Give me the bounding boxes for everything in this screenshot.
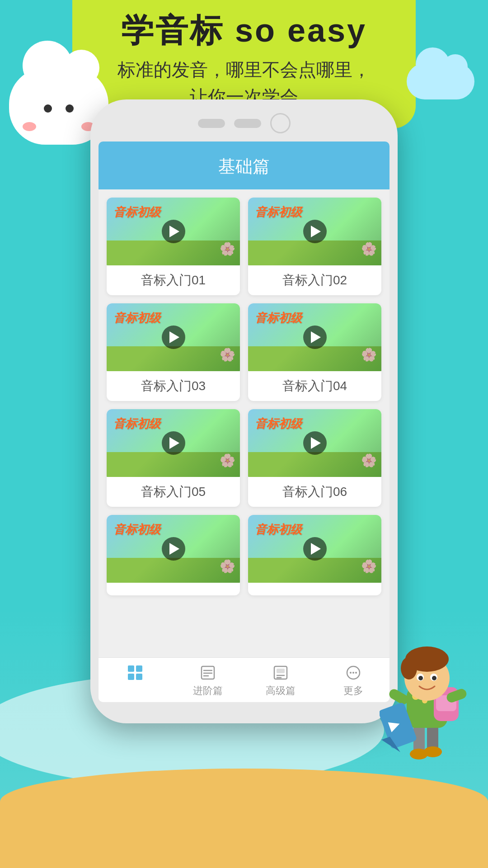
card-03-label: 音标入门03 [107, 371, 240, 401]
svg-rect-23 [128, 674, 134, 680]
advanced1-icon [198, 664, 218, 681]
svg-point-36 [355, 672, 357, 674]
video-grid: 音标初级 🌸 音标入门01 音标初级 [107, 198, 381, 595]
svg-point-14 [418, 676, 423, 680]
card-07-thumb-label: 音标初级 [113, 522, 160, 538]
nav-more[interactable]: 更多 [317, 664, 389, 698]
svg-point-11 [401, 657, 417, 679]
card-04[interactable]: 音标初级 🌸 音标入门04 [248, 303, 381, 401]
phone-btn-circle [270, 113, 291, 133]
cloud-cheek-left [23, 122, 36, 131]
cloud-eye-right [66, 104, 74, 113]
phone-top-buttons [99, 113, 389, 133]
play-icon [311, 437, 321, 449]
svg-rect-16 [387, 687, 410, 706]
card-05-thumb-label: 音标初级 [113, 416, 160, 432]
phone-frame: 基础篇 音标初级 🌸 音标入门01 [90, 99, 398, 723]
banner-subtitle-line1: 标准的发音，哪里不会点哪里， [117, 60, 371, 80]
cloud-small-decoration [407, 63, 474, 99]
card-06-flower: 🌸 [361, 453, 377, 468]
card-03-play[interactable] [162, 326, 185, 349]
card-02-label: 音标入门02 [248, 265, 381, 295]
bottom-nav: 进阶篇 高级篇 [99, 657, 389, 702]
svg-rect-22 [136, 665, 142, 672]
card-04-play[interactable] [303, 326, 327, 349]
phone-screen: 基础篇 音标初级 🌸 音标入门01 [99, 142, 389, 702]
card-08-label [248, 583, 381, 595]
card-07-label [107, 583, 240, 595]
play-icon [169, 437, 179, 449]
character-svg: ▶ [380, 628, 470, 773]
phone-btn-center [234, 119, 261, 128]
card-03-thumb[interactable]: 音标初级 🌸 [107, 303, 240, 371]
card-07-play[interactable] [162, 537, 185, 561]
svg-rect-30 [277, 669, 285, 673]
bottom-sand-right [276, 787, 488, 868]
card-07-thumb[interactable]: 音标初级 🌸 [107, 515, 240, 583]
app-header: 基础篇 [99, 142, 389, 189]
card-01-label: 音标入门01 [107, 265, 240, 295]
nav-advanced1-label: 进阶篇 [193, 684, 223, 698]
svg-rect-21 [128, 665, 134, 672]
card-04-thumb-label: 音标初级 [255, 310, 302, 326]
card-05[interactable]: 音标初级 🌸 音标入门05 [107, 409, 240, 507]
character-decoration: ▶ [380, 628, 479, 787]
svg-point-3 [424, 746, 442, 757]
card-03-thumb-label: 音标初级 [113, 310, 160, 326]
phone-wrap: 基础篇 音标初级 🌸 音标入门01 [90, 99, 398, 723]
cloud-small-body [407, 63, 474, 99]
card-02-thumb-label: 音标初级 [255, 204, 302, 220]
play-icon [311, 543, 321, 555]
card-05-flower: 🌸 [220, 453, 235, 468]
card-02-flower: 🌸 [361, 241, 377, 256]
card-04-flower: 🌸 [361, 347, 377, 362]
card-06-play[interactable] [303, 431, 327, 455]
card-05-thumb[interactable]: 音标初级 🌸 [107, 409, 240, 477]
card-06-label: 音标入门06 [248, 477, 381, 507]
card-08-thumb[interactable]: 音标初级 🌸 [248, 515, 381, 583]
play-icon [311, 226, 321, 237]
svg-point-15 [432, 676, 436, 680]
card-02[interactable]: 音标初级 🌸 音标入门02 [248, 198, 381, 295]
play-icon [169, 543, 179, 555]
card-06-thumb[interactable]: 音标初级 🌸 [248, 409, 381, 477]
card-03-flower: 🌸 [220, 347, 235, 362]
nav-more-label: 更多 [343, 684, 363, 698]
app-header-title: 基础篇 [108, 155, 380, 178]
card-07-flower: 🌸 [220, 559, 235, 574]
banner-title: 学音标 so easy [90, 9, 398, 52]
card-07[interactable]: 音标初级 🌸 [107, 515, 240, 595]
card-08-play[interactable] [303, 537, 327, 561]
more-icon [343, 664, 363, 681]
card-04-thumb[interactable]: 音标初级 🌸 [248, 303, 381, 371]
advanced2-icon [271, 664, 291, 681]
card-02-play[interactable] [303, 220, 327, 243]
play-icon [169, 226, 179, 237]
card-06-thumb-label: 音标初级 [255, 416, 302, 432]
home-icon [125, 664, 145, 681]
card-01[interactable]: 音标初级 🌸 音标入门01 [107, 198, 240, 295]
nav-advanced2-label: 高级篇 [266, 684, 296, 698]
card-03[interactable]: 音标初级 🌸 音标入门03 [107, 303, 240, 401]
card-08-thumb-label: 音标初级 [255, 522, 302, 538]
svg-rect-24 [136, 674, 142, 680]
nav-advanced2[interactable]: 高级篇 [244, 664, 317, 698]
app-content: 音标初级 🌸 音标入门01 音标初级 [99, 189, 389, 657]
card-02-thumb[interactable]: 音标初级 🌸 [248, 198, 381, 265]
svg-point-34 [350, 672, 352, 674]
card-08[interactable]: 音标初级 🌸 [248, 515, 381, 595]
card-01-play[interactable] [162, 220, 185, 243]
cloud-eyes [44, 104, 74, 113]
card-01-thumb-label: 音标初级 [113, 204, 160, 220]
card-05-play[interactable] [162, 431, 185, 455]
card-04-label: 音标入门04 [248, 371, 381, 401]
play-icon [169, 331, 179, 343]
card-05-label: 音标入门05 [107, 477, 240, 507]
phone-btn-left [198, 119, 225, 128]
cloud-eye-left [44, 104, 52, 113]
nav-advanced1[interactable]: 进阶篇 [171, 664, 244, 698]
svg-point-35 [352, 672, 354, 674]
card-01-thumb[interactable]: 音标初级 🌸 [107, 198, 240, 265]
card-06[interactable]: 音标初级 🌸 音标入门06 [248, 409, 381, 507]
nav-home[interactable] [99, 664, 171, 698]
